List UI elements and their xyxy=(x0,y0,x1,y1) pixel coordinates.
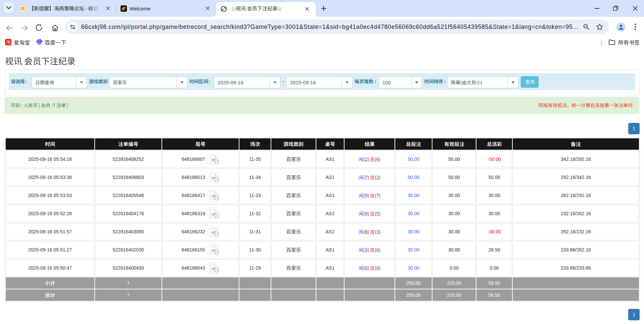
svg-text:du: du xyxy=(38,42,41,45)
